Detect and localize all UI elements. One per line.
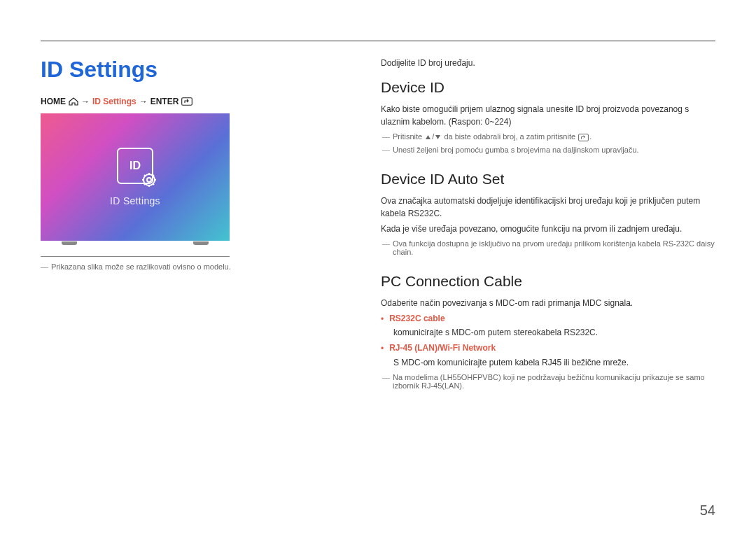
footnote-text: Prikazana slika može se razlikovati ovis… xyxy=(51,262,231,271)
bullet-dot-icon: • xyxy=(381,343,384,355)
svg-rect-11 xyxy=(579,134,589,141)
intro-text: Dodijelite ID broj uređaju. xyxy=(381,57,715,69)
arrow-icon: → xyxy=(81,97,90,106)
device-id-description: Kako biste omogućili prijem ulaznog sign… xyxy=(381,103,715,128)
dash-bullet-icon: ― xyxy=(382,133,390,141)
breadcrumb-enter: ENTER xyxy=(150,97,179,106)
enter-icon xyxy=(181,97,192,106)
page-number: 54 xyxy=(700,503,715,519)
gear-icon xyxy=(142,173,156,187)
device-id-note-1: ― Pritisnite / da biste odabrali broj, a… xyxy=(382,132,715,141)
pc-cable-heading: PC Connection Cable xyxy=(381,273,715,290)
svg-point-2 xyxy=(147,178,151,182)
bullet-rj45: • RJ-45 (LAN)/Wi-Fi Network xyxy=(381,343,715,355)
auto-set-p1: Ova značajka automatski dodjeljuje ident… xyxy=(381,195,715,220)
note-text: Ova funkcija dostupna je isključivo na p… xyxy=(393,239,715,256)
dash-bullet-icon: ― xyxy=(41,263,48,271)
id-settings-icon: ID xyxy=(117,148,153,184)
svg-line-7 xyxy=(144,175,146,176)
svg-rect-0 xyxy=(182,98,192,106)
screenshot-caption: ID Settings xyxy=(110,195,160,206)
product-screenshot: ID ID Settings xyxy=(41,113,230,241)
id-icon-text: ID xyxy=(130,160,141,172)
dash-bullet-icon: ― xyxy=(382,240,390,248)
note-text: Pritisnite / da biste odabrali broj, a z… xyxy=(393,132,592,141)
bullet-dot-icon: • xyxy=(381,314,384,325)
bullet-label: RJ-45 (LAN)/Wi-Fi Network xyxy=(389,343,496,353)
device-id-note-2: ― Unesti željeni broj pomoću gumba s bro… xyxy=(382,146,715,154)
up-triangle-icon xyxy=(425,134,431,140)
top-horizontal-rule xyxy=(41,41,715,41)
breadcrumb: HOME → ID Settings → ENTER xyxy=(41,97,342,106)
bullet-rs232c-desc: komunicirajte s MDC-om putem stereokabel… xyxy=(393,326,715,339)
image-divider xyxy=(41,256,230,257)
bullet-rj45-desc: S MDC-om komunicirajte putem kabela RJ45… xyxy=(393,356,715,369)
arrow-icon: → xyxy=(139,97,148,106)
dash-bullet-icon: ― xyxy=(382,146,390,154)
auto-set-note: ― Ova funkcija dostupna je isključivo na… xyxy=(382,239,715,256)
monitor-stand xyxy=(41,241,230,245)
left-footnote: ― Prikazana slika može se razlikovati ov… xyxy=(41,262,342,271)
auto-set-p2: Kada je više uređaja povezano, omogućite… xyxy=(381,223,715,235)
device-id-heading: Device ID xyxy=(381,79,715,96)
breadcrumb-home: HOME xyxy=(41,97,66,106)
note-text: Na modelima (LH55OHFPVBC) koji ne podrža… xyxy=(393,373,715,390)
svg-line-8 xyxy=(153,183,154,185)
bullet-rj45-note: ― Na modelima (LH55OHFPVBC) koji ne podr… xyxy=(382,373,715,390)
bullet-rs232c: • RS232C cable xyxy=(381,314,715,325)
page-title: ID Settings xyxy=(41,57,342,83)
dash-bullet-icon: ― xyxy=(382,374,390,381)
svg-line-10 xyxy=(153,175,154,176)
home-icon xyxy=(69,97,78,106)
note-text: Unesti željeni broj pomoću gumba s broje… xyxy=(393,146,639,154)
left-column: ID Settings HOME → ID Settings → ENTER I… xyxy=(41,57,342,394)
svg-line-9 xyxy=(144,183,146,185)
bullet-label: RS232C cable xyxy=(389,314,444,323)
auto-set-heading: Device ID Auto Set xyxy=(381,171,715,188)
right-column: Dodijelite ID broj uređaju. Device ID Ka… xyxy=(381,57,715,394)
down-triangle-icon xyxy=(435,134,441,140)
breadcrumb-settings: ID Settings xyxy=(92,97,136,106)
pc-cable-intro: Odaberite način povezivanja s MDC-om rad… xyxy=(381,297,715,309)
enter-icon xyxy=(578,134,589,141)
two-column-layout: ID Settings HOME → ID Settings → ENTER I… xyxy=(41,57,715,394)
